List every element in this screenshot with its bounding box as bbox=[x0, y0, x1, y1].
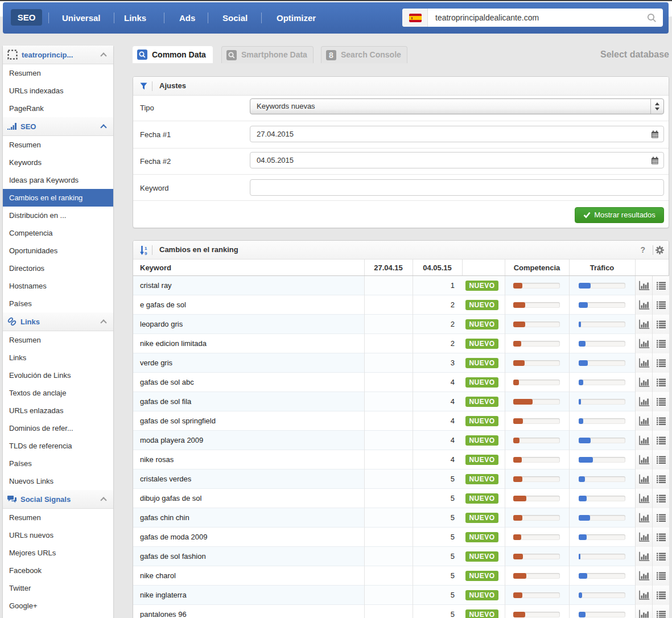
svg-text:9: 9 bbox=[145, 251, 147, 256]
